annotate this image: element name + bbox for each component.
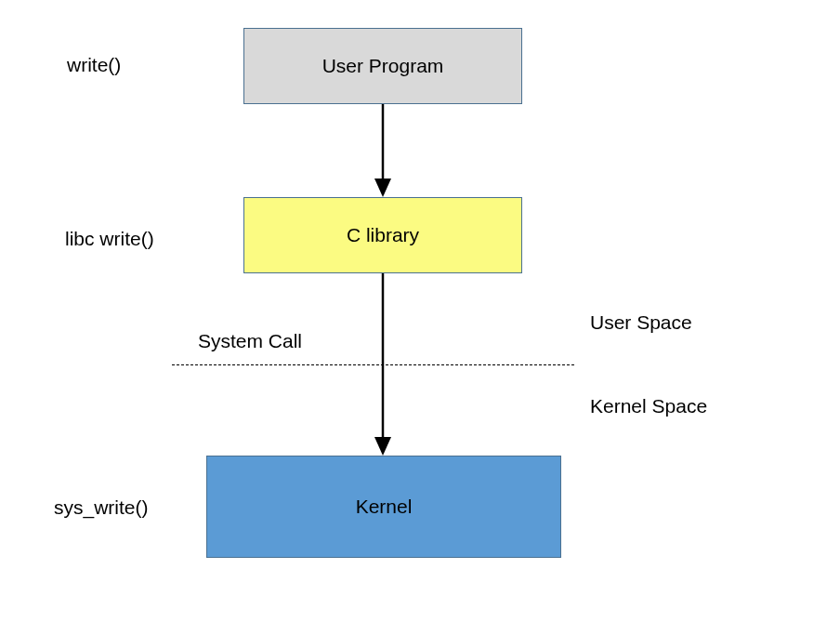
label-system-call: System Call bbox=[198, 330, 302, 352]
box-kernel: Kernel bbox=[206, 456, 561, 558]
box-c-library: C library bbox=[243, 197, 522, 273]
divider-user-kernel-space bbox=[172, 364, 574, 365]
box-user-program-label: User Program bbox=[322, 55, 444, 77]
box-c-library-label: C library bbox=[347, 224, 419, 246]
svg-marker-1 bbox=[374, 179, 391, 197]
box-user-program: User Program bbox=[243, 28, 522, 104]
svg-marker-3 bbox=[374, 437, 391, 456]
box-kernel-label: Kernel bbox=[356, 496, 413, 518]
label-user-space: User Space bbox=[590, 311, 692, 334]
label-libc-write: libc write() bbox=[65, 228, 154, 250]
label-write: write() bbox=[67, 54, 121, 76]
label-kernel-space: Kernel Space bbox=[590, 395, 707, 417]
arrow-user-to-clib bbox=[372, 104, 394, 197]
label-sys-write: sys_write() bbox=[54, 496, 149, 519]
